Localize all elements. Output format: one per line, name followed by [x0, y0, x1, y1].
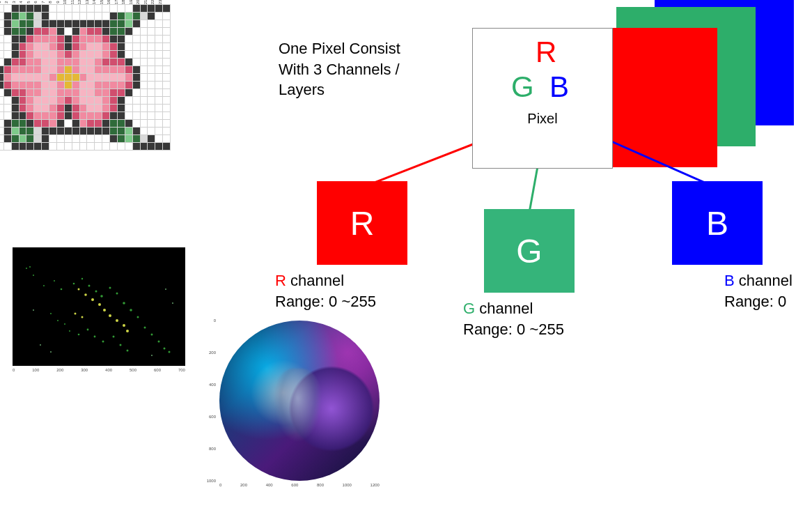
- svg-point-9: [88, 285, 91, 287]
- dark-plot-canvas: [13, 247, 185, 366]
- pixel-box-r: R: [536, 36, 556, 69]
- svg-point-19: [158, 341, 160, 343]
- b-channel-name: B: [724, 272, 735, 289]
- svg-point-3: [33, 275, 34, 276]
- b-channel-caption: B channel Range: 0: [724, 270, 793, 311]
- b-channel-letter: B: [706, 204, 728, 243]
- g-channel-box: G: [484, 209, 575, 293]
- pixel-box: R G B Pixel: [472, 28, 613, 169]
- g-channel-name: G: [463, 300, 475, 317]
- g-channel-letter: G: [516, 232, 542, 270]
- svg-point-49: [172, 302, 173, 304]
- svg-point-30: [113, 336, 115, 338]
- pixel-box-g: G: [511, 70, 534, 104]
- desc-line2: With 3 Channels /: [279, 59, 400, 80]
- svg-point-32: [127, 350, 129, 352]
- svg-point-25: [69, 330, 70, 332]
- svg-point-2: [29, 266, 31, 268]
- r-channel-range: Range: 0 ~255: [275, 293, 376, 310]
- r-channel-name: R: [275, 272, 286, 289]
- svg-point-22: [50, 313, 52, 314]
- svg-point-29: [102, 341, 104, 343]
- r-channel-letter: R: [350, 204, 375, 243]
- svg-point-1: [26, 268, 27, 269]
- svg-point-40: [123, 324, 125, 327]
- svg-point-26: [78, 334, 80, 336]
- svg-point-4: [43, 285, 45, 286]
- dark-plot-figure: 0100200300400500600700: [0, 244, 192, 390]
- pixel-box-b: B: [549, 70, 569, 104]
- svg-point-24: [64, 323, 65, 325]
- svg-point-33: [78, 288, 80, 291]
- svg-point-6: [61, 288, 63, 291]
- flower-grid: [0, 4, 171, 151]
- svg-point-17: [144, 327, 146, 329]
- svg-point-20: [164, 348, 166, 350]
- g-channel-label: channel: [475, 300, 533, 317]
- g-channel-range: Range: 0 ~255: [463, 321, 564, 338]
- svg-point-47: [33, 309, 34, 311]
- svg-point-48: [165, 288, 166, 290]
- svg-point-13: [116, 293, 118, 295]
- svg-point-12: [109, 287, 111, 289]
- svg-point-36: [98, 303, 101, 306]
- svg-point-21: [169, 351, 171, 353]
- svg-point-43: [81, 316, 84, 318]
- svg-point-7: [73, 283, 75, 285]
- b-channel-label: channel: [735, 272, 793, 289]
- r-channel-label: channel: [286, 272, 344, 289]
- circle-image: [219, 321, 380, 481]
- b-channel-range: Range: 0: [724, 293, 786, 310]
- svg-point-15: [130, 309, 132, 311]
- svg-point-41: [126, 330, 129, 332]
- svg-point-16: [137, 316, 139, 318]
- pixel-box-label: Pixel: [473, 111, 612, 127]
- svg-point-35: [91, 298, 94, 301]
- flower-pixel-art: 01234567891011121314151617181920212223: [0, 0, 171, 151]
- desc-line1: One Pixel Consist: [279, 38, 400, 59]
- svg-point-37: [103, 309, 106, 311]
- svg-point-14: [123, 302, 125, 305]
- svg-point-8: [81, 278, 83, 279]
- svg-point-23: [57, 320, 58, 321]
- svg-point-18: [151, 334, 153, 336]
- svg-point-39: [116, 319, 118, 322]
- g-channel-caption: G channel Range: 0 ~255: [463, 298, 564, 339]
- b-channel-box: B: [672, 181, 763, 265]
- svg-point-45: [50, 351, 52, 353]
- svg-point-10: [95, 291, 97, 293]
- r-channel-caption: R channel Range: 0 ~255: [275, 270, 376, 311]
- svg-point-38: [109, 314, 111, 317]
- svg-rect-0: [13, 247, 185, 366]
- svg-point-46: [151, 355, 153, 356]
- svg-point-44: [40, 344, 41, 346]
- circular-image-figure: 02004006008001000 020040060080010001200: [202, 317, 383, 505]
- svg-point-5: [54, 280, 55, 282]
- svg-point-42: [75, 313, 77, 315]
- diagram-description: One Pixel Consist With 3 Channels / Laye…: [279, 38, 400, 100]
- svg-point-31: [120, 344, 122, 346]
- svg-point-11: [100, 295, 103, 298]
- desc-line3: Layers: [279, 79, 400, 100]
- svg-point-28: [94, 336, 96, 338]
- svg-point-34: [84, 293, 87, 296]
- svg-point-27: [87, 329, 89, 331]
- r-channel-box: R: [317, 181, 407, 265]
